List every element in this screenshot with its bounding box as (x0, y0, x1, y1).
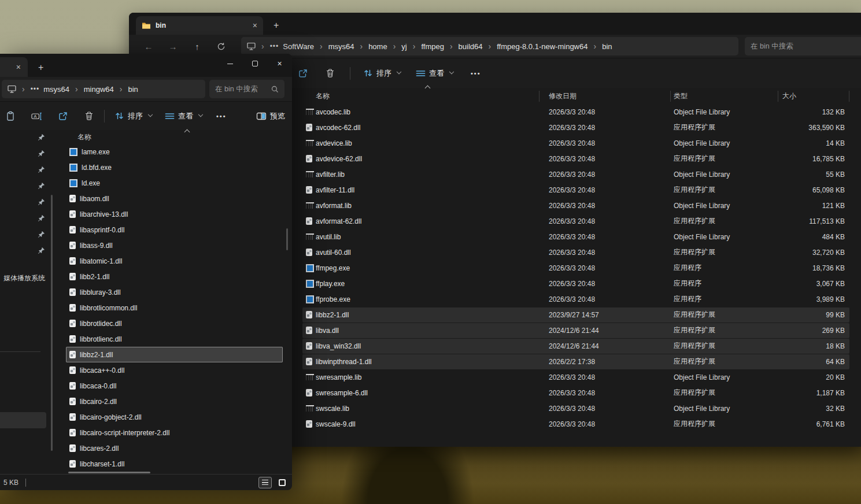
column-header-type[interactable]: 类型 (674, 91, 778, 101)
table-row[interactable]: avutil.lib 2026/3/3 20:48 Object File Li… (302, 229, 849, 244)
table-row[interactable]: avformat-62.dll 2026/3/3 20:48 应用程序扩展 11… (302, 213, 849, 229)
list-item[interactable]: libarchive-13.dll (66, 206, 283, 222)
list-item[interactable]: libbrotlicommon.dll (66, 300, 283, 316)
list-item[interactable]: libcaca++-0.dll (66, 362, 283, 378)
table-row[interactable]: avfilter.lib 2026/3/3 20:48 Object File … (302, 166, 849, 182)
delete-button[interactable] (326, 68, 335, 78)
close-button[interactable]: × (267, 54, 292, 73)
breadcrumb-item[interactable]: SoftWare (283, 42, 314, 51)
list-item[interactable]: libb2-1.dll (66, 269, 283, 284)
table-row[interactable]: swscale-9.dll 2026/3/3 20:48 应用程序扩展 6,76… (302, 416, 849, 432)
breadcrumb-item[interactable]: build64 (459, 42, 483, 51)
list-item[interactable]: libcairo-gobject-2.dll (66, 409, 283, 425)
share-button[interactable] (58, 111, 68, 121)
list-item[interactable]: libass-9.dll (66, 238, 283, 253)
vertical-scrollbar[interactable] (286, 228, 288, 250)
more-options-button[interactable]: ••• (471, 70, 481, 77)
list-item[interactable]: libatomic-1.dll (66, 253, 283, 269)
breadcrumb-item[interactable]: msys64 (328, 42, 354, 51)
tab-bin[interactable]: bin × (136, 16, 263, 35)
list-item[interactable]: libbluray-3.dll (66, 284, 283, 300)
path-ellipsis[interactable]: ••• (31, 85, 40, 93)
column-header-date[interactable]: 修改日期 (542, 91, 674, 101)
table-row[interactable]: avcodec-62.dll 2026/3/3 20:48 应用程序扩展 363… (302, 120, 849, 135)
address-bar[interactable]: › ••• msys64 › mingw64 › (2, 80, 205, 98)
table-row[interactable]: swresample.lib 2026/3/3 20:48 Object Fil… (302, 369, 849, 385)
table-row[interactable]: ffmpeg.exe 2026/3/3 20:48 应用程序 18,736 KB (302, 260, 849, 276)
column-header-name[interactable]: 名称 (316, 91, 542, 101)
thumbnail-view-button[interactable] (275, 477, 289, 488)
maximize-button[interactable] (242, 54, 267, 73)
table-row[interactable]: libva_win32.dll 2024/12/6 21:44 应用程序扩展 1… (302, 338, 849, 354)
breadcrumb-item[interactable]: ffmpeg (421, 42, 444, 51)
horizontal-scrollbar[interactable] (68, 472, 150, 473)
share-button[interactable] (298, 68, 308, 79)
table-row[interactable]: avformat.lib 2026/3/3 20:48 Object File … (302, 198, 849, 213)
address-bar[interactable]: › ••• SoftWare › msys64 › (241, 37, 738, 55)
pin-icon[interactable] (37, 134, 45, 142)
column-header-name[interactable]: 名称 (77, 132, 91, 142)
table-row[interactable]: libva.dll 2024/12/6 21:44 应用程序扩展 269 KB (302, 323, 849, 338)
table-row[interactable]: avdevice.lib 2026/3/3 20:48 Object File … (302, 135, 849, 151)
sidebar-item-label[interactable]: 媒体播放系统 (3, 273, 45, 283)
list-item[interactable]: libcairo-2.dll (66, 394, 283, 409)
delete-button[interactable] (84, 111, 94, 121)
breadcrumb-item[interactable]: ffmpeg-8.0.1-new-mingw64 (497, 42, 587, 51)
path-ellipsis[interactable]: ••• (270, 42, 279, 50)
pin-icon[interactable] (37, 231, 45, 239)
tab-close-icon[interactable]: × (253, 21, 257, 29)
breadcrumb-item[interactable]: yj (401, 42, 407, 51)
sort-button[interactable]: 排序 (114, 111, 152, 121)
tab-close-icon[interactable]: × (16, 63, 21, 71)
pin-icon[interactable] (37, 166, 45, 174)
sidebar-item-selected[interactable] (0, 412, 46, 428)
list-item[interactable]: ld.bfd.exe (66, 160, 283, 175)
paste-button[interactable] (6, 111, 15, 121)
up-button[interactable]: ↑ (193, 42, 202, 51)
back-button[interactable]: ← (144, 42, 153, 51)
list-item[interactable]: libbrotlidec.dll (66, 316, 283, 331)
table-row[interactable]: avutil-60.dll 2026/3/3 20:48 应用程序扩展 32,7… (302, 244, 849, 260)
list-item[interactable]: lame.exe (66, 144, 283, 160)
list-item[interactable]: libbz2-1.dll (66, 347, 283, 362)
search-input[interactable]: 在 bin 中搜索 (209, 80, 284, 98)
rename-button[interactable]: A (31, 112, 42, 121)
table-row[interactable]: swresample-6.dll 2026/3/3 20:48 应用程序扩展 1… (302, 385, 849, 401)
list-item[interactable]: libcairo-script-interpreter-2.dll (66, 425, 283, 440)
new-tab-button[interactable]: + (38, 62, 43, 73)
breadcrumb-item[interactable]: mingw64 (84, 85, 114, 94)
table-row[interactable]: avfilter-11.dll 2026/3/3 20:48 应用程序扩展 65… (302, 182, 849, 198)
table-row[interactable]: libbz2-1.dll 2023/9/27 14:57 应用程序扩展 99 K… (302, 307, 849, 323)
pin-icon[interactable] (37, 198, 45, 206)
pin-icon[interactable] (37, 247, 45, 255)
list-item[interactable]: libcaca-0.dll (66, 378, 283, 394)
pin-icon[interactable] (37, 182, 45, 190)
sort-button[interactable]: 排序 (363, 68, 401, 79)
pin-icon[interactable] (37, 150, 45, 158)
breadcrumb-item[interactable]: msys64 (43, 85, 69, 94)
new-tab-button[interactable]: + (274, 20, 279, 31)
table-row[interactable]: ffprobe.exe 2026/3/3 20:48 应用程序 3,989 KB (302, 291, 849, 307)
breadcrumb-item[interactable]: bin (128, 85, 138, 94)
table-row[interactable]: avcodec.lib 2026/3/3 20:48 Object File L… (302, 104, 849, 120)
table-row[interactable]: avdevice-62.dll 2026/3/3 20:48 应用程序扩展 16… (302, 151, 849, 166)
table-row[interactable]: swscale.lib 2026/3/3 20:48 Object File L… (302, 401, 849, 416)
breadcrumb-item[interactable]: home (368, 42, 387, 51)
table-row[interactable]: libwinpthread-1.dll 2026/2/2 17:38 应用程序扩… (302, 354, 849, 369)
table-row[interactable]: ffplay.exe 2026/3/3 20:48 应用程序 3,067 KB (302, 276, 849, 291)
sidebar-scrollbar[interactable] (51, 195, 53, 451)
column-header-size[interactable]: 大小 (778, 91, 849, 101)
view-button[interactable]: 查看 (416, 68, 453, 79)
forward-button[interactable]: → (168, 42, 178, 51)
list-item[interactable]: ld.exe (66, 175, 283, 191)
more-options-button[interactable]: ••• (216, 113, 227, 120)
search-input[interactable]: 在 bin 中搜索 (745, 37, 861, 55)
minimize-button[interactable] (217, 54, 242, 73)
list-item[interactable]: libcares-2.dll (66, 440, 283, 456)
list-item[interactable]: libasprintf-0.dll (66, 222, 283, 238)
list-item[interactable]: libbrotlienc.dll (66, 331, 283, 347)
refresh-icon[interactable] (217, 42, 226, 51)
list-item[interactable]: libaom.dll (66, 191, 283, 206)
list-item[interactable]: libcharset-1.dll (66, 456, 283, 472)
preview-button[interactable]: 预览 (256, 111, 285, 121)
